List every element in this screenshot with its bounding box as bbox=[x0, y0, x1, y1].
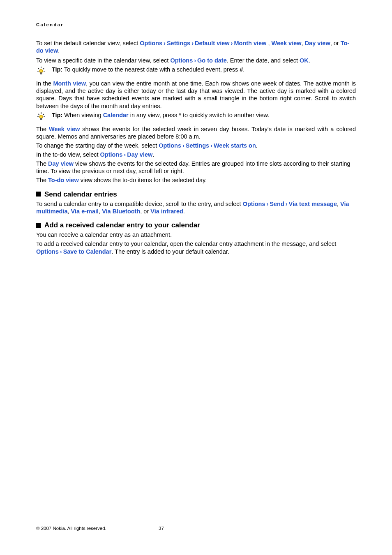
text: To change the starting day of the week, … bbox=[36, 142, 159, 149]
text: , bbox=[68, 208, 71, 215]
svg-point-6 bbox=[39, 115, 43, 118]
text: . bbox=[309, 57, 310, 64]
breadcrumb: Calendar bbox=[36, 22, 356, 28]
chevron-right-icon: › bbox=[122, 151, 127, 158]
page-number: 37 bbox=[159, 525, 164, 531]
bullet-square-icon bbox=[36, 192, 41, 197]
chevron-right-icon: › bbox=[230, 40, 234, 46]
link-via-text: Via text message bbox=[289, 201, 337, 207]
text: , or bbox=[140, 208, 150, 215]
text: The bbox=[36, 126, 49, 132]
link-options: Options bbox=[243, 201, 265, 207]
link-week-starts-on: Week starts on bbox=[214, 142, 256, 149]
copyright: © 2007 Nokia. All rights reserved. bbox=[36, 526, 106, 531]
tip-label: Tip: bbox=[52, 112, 62, 118]
svg-line-4 bbox=[38, 68, 39, 69]
text: . Enter the date, and select bbox=[227, 57, 300, 64]
para-day-view: The Day view view shows the events for t… bbox=[36, 160, 356, 175]
text: . bbox=[183, 208, 185, 215]
link-settings: Settings bbox=[167, 40, 190, 46]
link-go-to-date: Go to date bbox=[197, 57, 227, 64]
para-save-calendar: To add a received calendar entry to your… bbox=[36, 240, 356, 255]
tip-icon bbox=[36, 111, 52, 121]
text: . bbox=[58, 47, 60, 54]
tip-body: Tip: To quickly move to the nearest date… bbox=[52, 66, 356, 73]
tip-row: Tip: When viewing Calendar in any view, … bbox=[36, 111, 356, 121]
chevron-right-icon: › bbox=[193, 57, 197, 64]
text: to quickly switch to another view. bbox=[181, 112, 269, 118]
chevron-right-icon: › bbox=[265, 201, 270, 207]
link-day-view: Day view bbox=[48, 160, 74, 167]
link-settings: Settings bbox=[186, 142, 209, 149]
text: . bbox=[243, 66, 244, 73]
para-month-view: In the Month view, you can view the enti… bbox=[36, 80, 356, 110]
chevron-right-icon: › bbox=[162, 40, 167, 46]
text: , bbox=[99, 208, 102, 215]
text: . The entry is added to your default cal… bbox=[111, 248, 229, 255]
para-week-starts: To change the starting day of the week, … bbox=[36, 142, 356, 149]
link-options: Options bbox=[140, 40, 162, 46]
link-ok: OK bbox=[300, 57, 309, 64]
link-options: Options bbox=[170, 57, 193, 64]
link-day-view: Day view bbox=[127, 151, 152, 158]
text: in any view, press bbox=[129, 112, 179, 118]
heading-add-received: Add a received calendar entry to your ca… bbox=[36, 221, 356, 229]
link-options: Options bbox=[36, 248, 59, 255]
para-receive-attach: You can receive a calendar entry as an a… bbox=[36, 231, 356, 238]
heading-text: Send calendar entries bbox=[44, 190, 117, 199]
link-default-view: Default view bbox=[195, 40, 230, 46]
tip-label: Tip: bbox=[52, 66, 62, 73]
link-month-view: Month view bbox=[234, 40, 266, 46]
footer: © 2007 Nokia. All rights reserved. 37 bbox=[36, 525, 106, 531]
text: view shows the events for the selected d… bbox=[36, 160, 350, 174]
link-calendar: Calendar bbox=[103, 112, 129, 118]
text: To view a specific date in the calendar … bbox=[36, 57, 170, 64]
tip-body: Tip: When viewing Calendar in any view, … bbox=[52, 111, 356, 119]
link-via-bluetooth: Via Bluetooth bbox=[102, 208, 140, 215]
para-week-view: The Week view shows the events for the s… bbox=[36, 125, 356, 140]
text: . bbox=[152, 151, 154, 158]
heading-send: Send calendar entries bbox=[36, 190, 356, 199]
text: The bbox=[36, 160, 48, 167]
para-todo-select: In the to-do view, select Options›Day vi… bbox=[36, 151, 356, 158]
link-via-infrared: Via infrared bbox=[150, 208, 183, 215]
text: , or bbox=[330, 40, 341, 46]
svg-line-5 bbox=[43, 68, 44, 69]
heading-text: Add a received calendar entry to your ca… bbox=[44, 221, 200, 229]
link-via-email: Via e-mail bbox=[71, 208, 99, 215]
chevron-right-icon: › bbox=[190, 40, 195, 46]
link-send: Send bbox=[270, 201, 284, 207]
para-goto-date: To view a specific date in the calendar … bbox=[36, 57, 356, 64]
text: In the bbox=[36, 80, 53, 87]
text: view shows the to-do items for the selec… bbox=[79, 177, 207, 183]
link-day-view: Day view bbox=[305, 40, 330, 46]
chevron-right-icon: › bbox=[284, 201, 289, 207]
svg-point-0 bbox=[39, 69, 43, 73]
para-default-view: To set the default calendar view, select… bbox=[36, 39, 356, 54]
link-save-to-calendar: Save to Calendar bbox=[63, 248, 112, 255]
text: The bbox=[36, 177, 48, 183]
chevron-right-icon: › bbox=[59, 248, 63, 255]
svg-line-10 bbox=[38, 114, 39, 115]
text: , bbox=[266, 40, 271, 46]
text: To quickly move to the nearest date with… bbox=[62, 66, 240, 73]
para-send-entry: To send a calendar entry to a compatible… bbox=[36, 200, 356, 215]
text: When viewing bbox=[62, 112, 103, 118]
text: In the to-do view, select bbox=[36, 151, 100, 158]
text: , bbox=[302, 40, 305, 46]
svg-line-11 bbox=[43, 114, 44, 115]
link-todo-view: To-do view bbox=[48, 177, 79, 183]
chevron-right-icon: › bbox=[209, 142, 214, 149]
bullet-square-icon bbox=[36, 223, 41, 228]
link-week-view: Week view bbox=[271, 40, 301, 46]
tip-row: Tip: To quickly move to the nearest date… bbox=[36, 66, 356, 76]
text: To send a calendar entry to a compatible… bbox=[36, 201, 243, 207]
text: , bbox=[337, 201, 340, 207]
link-options: Options bbox=[159, 142, 181, 149]
tip-icon bbox=[36, 66, 52, 76]
text: . bbox=[256, 142, 258, 149]
text: shows the events for the selected week i… bbox=[36, 126, 356, 140]
link-month-view: Month view bbox=[53, 80, 86, 87]
para-todo-view: The To-do view view shows the to-do item… bbox=[36, 176, 356, 184]
text: To set the default calendar view, select bbox=[36, 40, 140, 46]
